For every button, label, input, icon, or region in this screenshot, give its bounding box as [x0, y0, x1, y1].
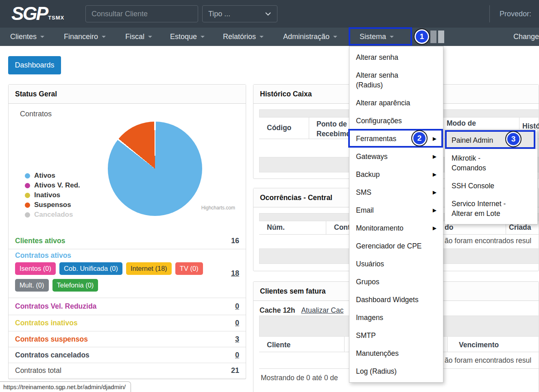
search-input[interactable]: [85, 5, 198, 22]
submenu-item-servico-internet-lote[interactable]: Servico Internet - Alterar em Lote: [445, 195, 537, 222]
type-select[interactable]: Tipo ...: [202, 5, 277, 22]
badge-telefonia[interactable]: Telefonia (0): [52, 279, 98, 292]
menu-item-email[interactable]: Email▶: [349, 201, 443, 219]
nav-item-clientes[interactable]: Clientes: [10, 28, 44, 46]
menu-item-grupos[interactable]: Grupos: [349, 273, 443, 291]
menu-item-alterar-senha[interactable]: Alterar senha: [349, 48, 443, 66]
dashboards-button[interactable]: Dashboards: [8, 56, 61, 74]
column-divider: [344, 337, 345, 352]
column-header-num[interactable]: Núm.: [267, 223, 285, 232]
logo-text: SGP: [11, 3, 47, 24]
menu-item-alterar-aparencia[interactable]: Alterar aparência: [349, 94, 443, 112]
main-navbar: Clientes Financeiro Fiscal Estoque Relat…: [0, 28, 539, 46]
menu-item-gerenciador-cpe[interactable]: Gerenciador de CPE: [349, 237, 443, 255]
stat-value-link[interactable]: 18: [231, 269, 239, 278]
submenu-item-ssh-console[interactable]: SSH Console: [445, 177, 537, 195]
stat-row-vel-reduzida: Contratos Vel. Reduzida 0: [9, 298, 246, 315]
cache-label: Cache 12h: [260, 306, 295, 314]
column-header-modo[interactable]: Modo de: [447, 119, 476, 128]
badge-internet[interactable]: Internet (18): [126, 262, 172, 275]
submenu-item-mikrotik-comandos[interactable]: Mikrotik - Comandos: [445, 149, 537, 177]
chevron-down-icon: [265, 12, 271, 16]
stat-label: Contratos inativos: [15, 319, 78, 327]
status-geral-panel: Status Geral Contratos Ativos Ativos V. …: [8, 84, 246, 379]
caret-down-icon: [201, 36, 205, 38]
contract-badges: Isentos (0) Cob. Unificada (0) Internet …: [15, 262, 203, 292]
ferramentas-submenu: Painel Admin Mikrotik - Comandos SSH Con…: [445, 129, 538, 224]
nav-item-relatorios[interactable]: Relatórios: [223, 28, 264, 46]
legend-item-cancelados[interactable]: Cancelados: [25, 210, 80, 220]
stat-label: Contratos ativos: [15, 251, 203, 260]
menu-item-manutencoes[interactable]: Manutenções: [349, 344, 443, 362]
legend-item-ativos-v-red[interactable]: Ativos V. Red.: [25, 181, 80, 190]
panel-title: Status Geral: [9, 85, 246, 104]
badge-mult[interactable]: Mult. (0): [15, 279, 49, 292]
stat-value: 21: [231, 366, 239, 375]
nav-item-change[interactable]: Change: [513, 28, 539, 46]
nav-item-financeiro[interactable]: Financeiro: [64, 28, 106, 46]
submenu-arrow-icon: ▶: [433, 187, 436, 197]
menu-item-gateways[interactable]: Gateways▶: [349, 148, 443, 166]
caret-down-icon: [260, 36, 264, 38]
screenshot-artifact: [438, 30, 444, 43]
column-header-codigo[interactable]: Código: [267, 124, 291, 132]
stat-value-link[interactable]: 3: [235, 335, 239, 344]
menu-item-monitoramento[interactable]: Monitoramento▶: [349, 219, 443, 237]
menu-item-alterar-senha-radius[interactable]: Alterar senha (Radius): [349, 66, 443, 94]
nav-item-sistema[interactable]: Sistema: [360, 28, 394, 46]
stat-row-suspensos: Contratos suspensos 3: [9, 331, 246, 347]
legend-marker: [25, 193, 30, 198]
menu-item-configuracoes[interactable]: Configurações: [349, 112, 443, 130]
stat-row-cancelados: Contratos cancelados 0: [9, 347, 246, 363]
badge-isentos[interactable]: Isentos (0): [15, 262, 56, 275]
stat-label: Contratos total: [15, 366, 61, 375]
menu-item-backup[interactable]: Backup▶: [349, 166, 443, 183]
sgp-logo[interactable]: SGP TSMX: [11, 3, 64, 24]
menu-item-dashboard-widgets[interactable]: Dashboard Widgets: [349, 291, 443, 309]
stat-value-link[interactable]: 0: [235, 319, 239, 327]
column-header-do[interactable]: do: [445, 223, 453, 232]
menu-item-sms[interactable]: SMS▶: [349, 183, 443, 201]
legend-item-suspensos[interactable]: Suspensos: [25, 200, 80, 210]
highcharts-credit[interactable]: Highcharts.com: [201, 205, 235, 211]
annotation-badge-1: 1: [414, 28, 430, 45]
topbar-divider: [489, 5, 490, 22]
legend-marker: [25, 173, 30, 179]
column-header-cliente[interactable]: Cliente: [267, 341, 290, 349]
legend-marker: [25, 212, 30, 218]
nav-item-administracao[interactable]: Administração: [283, 28, 337, 46]
empty-table-message: ão foram encontrados resul: [445, 237, 531, 245]
refresh-cache-link[interactable]: Atualizar Cac: [301, 306, 343, 314]
menu-item-usuarios[interactable]: Usuários: [349, 255, 443, 273]
nav-item-estoque[interactable]: Estoque: [170, 28, 205, 46]
stat-label: Clientes ativos: [15, 237, 65, 245]
annotation-badge-3: 3: [505, 131, 522, 147]
column-header-criada[interactable]: Criada: [509, 223, 531, 232]
column-divider: [326, 221, 326, 234]
menu-item-log-radius[interactable]: Log (Radius): [349, 362, 443, 380]
submenu-item-painel-admin[interactable]: Painel Admin: [445, 131, 537, 149]
legend-marker: [25, 183, 30, 188]
stat-label: Contratos cancelados: [15, 351, 89, 359]
menu-item-ferramentas[interactable]: Ferramentas▶: [349, 130, 443, 148]
pie-chart[interactable]: [108, 122, 202, 216]
badge-cob-unificada[interactable]: Cob. Unificada (0): [59, 262, 122, 275]
legend-item-inativos[interactable]: Inativos: [25, 190, 80, 200]
legend-item-ativos[interactable]: Ativos: [25, 171, 80, 181]
submenu-arrow-icon: ▶: [433, 223, 436, 233]
stat-row-inativos: Contratos inativos 0: [9, 315, 246, 331]
stat-row-contratos-ativos: Contratos ativos Isentos (0) Cob. Unific…: [9, 249, 246, 298]
badge-tv[interactable]: TV (0): [175, 262, 203, 275]
stat-value-link[interactable]: 0: [235, 351, 239, 359]
menu-item-smtp[interactable]: SMTP: [349, 327, 443, 344]
caret-down-icon: [148, 36, 152, 38]
menu-item-imagens[interactable]: Imagens: [349, 309, 443, 327]
stat-label: Contratos Vel. Reduzida: [15, 302, 96, 311]
topbar: SGP TSMX Tipo ... Provedor:: [0, 0, 539, 28]
nav-item-fiscal[interactable]: Fiscal: [125, 28, 152, 46]
pagination-info: Mostrando de 0 até 0 de: [261, 374, 338, 382]
column-header-vencimento[interactable]: Vencimento: [459, 341, 499, 349]
column-header-conteudo[interactable]: Cont: [334, 223, 350, 232]
logo-subtext: TSMX: [48, 15, 64, 21]
stat-value-link[interactable]: 0: [235, 302, 239, 311]
